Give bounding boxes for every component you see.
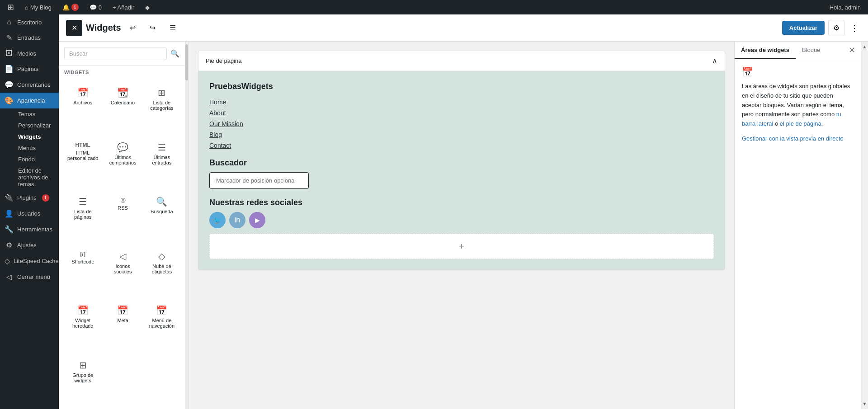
site-name-item[interactable]: ⌂ My Blog: [21, 0, 55, 14]
right-panel: Áreas de widgets Bloque ✕ 📅 Las áreas de…: [734, 42, 861, 409]
settings-button[interactable]: ⚙: [828, 20, 844, 36]
footer-section-header[interactable]: Pie de página ∧: [198, 51, 725, 71]
list-view-button[interactable]: ☰: [165, 20, 181, 36]
widget-panel-scrollbar[interactable]: [185, 42, 189, 409]
sidebar-item-apariencia[interactable]: 🎨 Apariencia: [0, 93, 59, 108]
site-name-label: My Blog: [30, 4, 52, 11]
nav-link-our-mission[interactable]: Our Mission: [209, 120, 714, 127]
sidebar-item-label: Usuarios: [17, 210, 40, 217]
sidebar-item-usuarios[interactable]: 👤 Usuarios: [0, 206, 59, 221]
widget-archivos[interactable]: 📅 Archivos: [64, 82, 102, 133]
widget-busqueda[interactable]: 🔍 Búsqueda: [144, 191, 179, 242]
busqueda-icon: 🔍: [156, 196, 167, 207]
manage-link[interactable]: Gestionar con la vista previa en directo: [742, 135, 844, 142]
nav-link-home[interactable]: Home: [209, 99, 714, 106]
right-panel-close-button[interactable]: ✕: [843, 42, 861, 59]
widget-menu-navegacion[interactable]: 📅 Menú de navegación: [144, 300, 179, 351]
widget-ultimas-entradas[interactable]: ☰ Últimas entradas: [144, 137, 179, 188]
widget-iconos-sociales[interactable]: ◁ Iconos sociales: [105, 246, 141, 297]
tab-areas-widgets[interactable]: Áreas de widgets: [735, 42, 796, 59]
search-button[interactable]: 🔍: [170, 49, 179, 58]
diamond-item[interactable]: ◆: [142, 0, 153, 14]
sidebar-sub-widgets[interactable]: Widgets: [14, 131, 59, 142]
add-new-item[interactable]: + Añadir: [109, 0, 138, 14]
section-title: Pie de página: [206, 57, 242, 64]
paginas-icon: 📄: [5, 65, 14, 73]
sidebar-item-medios[interactable]: 🖼 Medios: [0, 46, 59, 61]
widget-grupo[interactable]: ⊞ Grupo de widgets: [64, 355, 102, 406]
widgets-header: ✕ Widgets ↩ ↪ ☰ Actualizar ⚙ ⋮: [59, 14, 868, 42]
close-button[interactable]: ✕: [66, 20, 82, 36]
comments-item[interactable]: 💬 0: [86, 0, 105, 14]
widget-meta[interactable]: 📅 Meta: [105, 300, 141, 351]
widget-label: Búsqueda: [151, 209, 173, 214]
sidebar-sub-personalizar[interactable]: Personalizar: [14, 120, 59, 131]
usuarios-icon: 👤: [5, 209, 14, 218]
panel-link-manage: Gestionar con la vista previa en directo: [742, 134, 854, 144]
twitter-icon[interactable]: 🐦: [209, 212, 226, 228]
widget-heredado[interactable]: 📅 Widget heredado: [64, 300, 102, 351]
nav-link-contact[interactable]: Contact: [209, 142, 714, 149]
widget-lista-paginas[interactable]: ☰ Lista de páginas: [64, 191, 102, 242]
sidebar-item-cerrar[interactable]: ◁ Cerrar menú: [0, 269, 59, 285]
linkedin-icon[interactable]: in: [229, 212, 245, 228]
sidebar-item-litespeed[interactable]: ◇ LiteSpeed Cache: [0, 253, 59, 269]
lista-paginas-icon: ☰: [79, 196, 87, 207]
widget-heredado-icon: 📅: [77, 305, 89, 316]
add-block-button[interactable]: +: [209, 234, 714, 259]
widget-label: Lista de páginas: [67, 209, 99, 220]
scroll-up-button[interactable]: ▲: [862, 43, 868, 50]
herramientas-icon: 🔧: [5, 225, 14, 234]
widget-lista-categorias[interactable]: ⊞ Lista de categorías: [144, 82, 179, 133]
notifications-item[interactable]: 🔔 1: [59, 0, 82, 14]
scroll-down-button[interactable]: ▼: [862, 400, 868, 407]
notification-count: 1: [71, 4, 79, 11]
sidebar-sub-temas[interactable]: Temas: [14, 108, 59, 120]
right-panel-body: 📅 Las áreas de widgets son partes global…: [735, 59, 861, 409]
apariencia-icon: 🎨: [5, 96, 14, 105]
ultimas-entradas-icon: ☰: [158, 142, 166, 153]
nav-widget-title: PruebasWidgets: [209, 82, 714, 91]
widget-shortcode[interactable]: [/] Shortcode: [64, 246, 102, 297]
sidebar-item-comentarios[interactable]: 💬 Comentarios: [0, 77, 59, 93]
sidebar: ⌂ Escritorio ✎ Entradas 🖼 Medios 📄 Págin…: [0, 14, 59, 409]
sidebar-item-ajustes[interactable]: ⚙ Ajustes: [0, 237, 59, 253]
nav-link-blog[interactable]: Blog: [209, 131, 714, 138]
twitch-icon[interactable]: ▶: [249, 212, 265, 228]
greeting-label: Hola, admin: [830, 4, 861, 11]
tab-bloque[interactable]: Bloque: [796, 42, 826, 59]
widget-html[interactable]: HTML HTML personalizado: [64, 137, 102, 188]
widget-rss[interactable]: ◎ RSS: [105, 191, 141, 242]
search-widget-input[interactable]: [209, 172, 309, 189]
more-options-button[interactable]: ⋮: [848, 21, 861, 35]
update-button[interactable]: Actualizar: [782, 21, 825, 35]
search-icon: 🔍: [170, 50, 179, 57]
sidebar-item-escritorio[interactable]: ⌂ Escritorio: [0, 14, 59, 30]
search-input[interactable]: [64, 47, 167, 60]
grupo-icon: ⊞: [79, 360, 87, 371]
iconos-sociales-icon: ◁: [119, 251, 126, 262]
sidebar-item-paginas[interactable]: 📄 Páginas: [0, 61, 59, 77]
widget-nube-etiquetas[interactable]: ◇ Nube de etiquetas: [144, 246, 179, 297]
sidebar-sub-editor[interactable]: Editor de archivos de temas: [14, 165, 59, 190]
sidebar-item-entradas[interactable]: ✎ Entradas: [0, 30, 59, 46]
sidebar-item-label: LiteSpeed Cache: [14, 258, 59, 264]
medios-icon: 🖼: [5, 49, 14, 57]
widget-calendario[interactable]: 📆 Calendario: [105, 82, 141, 133]
nav-link-about[interactable]: About: [209, 109, 714, 117]
widget-search-container: 🔍: [59, 42, 185, 66]
sidebar-sub-fondo[interactable]: Fondo: [14, 154, 59, 165]
litespeed-icon: ◇: [5, 257, 10, 265]
collapse-icon: ∧: [712, 56, 717, 65]
sidebar-sub-menus[interactable]: Menús: [14, 142, 59, 154]
undo-button[interactable]: ↩: [125, 20, 141, 36]
footer-link[interactable]: el pie de página: [780, 120, 821, 127]
greeting-item[interactable]: Hola, admin: [826, 0, 864, 14]
widget-label: Últimos comentarios: [108, 155, 137, 165]
wp-logo-item[interactable]: ⊞: [4, 0, 18, 14]
redo-button[interactable]: ↪: [145, 20, 161, 36]
sidebar-item-herramientas[interactable]: 🔧 Herramientas: [0, 221, 59, 237]
widget-label: Archivos: [73, 100, 92, 105]
sidebar-item-plugins[interactable]: 🔌 Plugins 1: [0, 190, 59, 206]
widget-ultimos-comentarios[interactable]: 💬 Últimos comentarios: [105, 137, 141, 188]
